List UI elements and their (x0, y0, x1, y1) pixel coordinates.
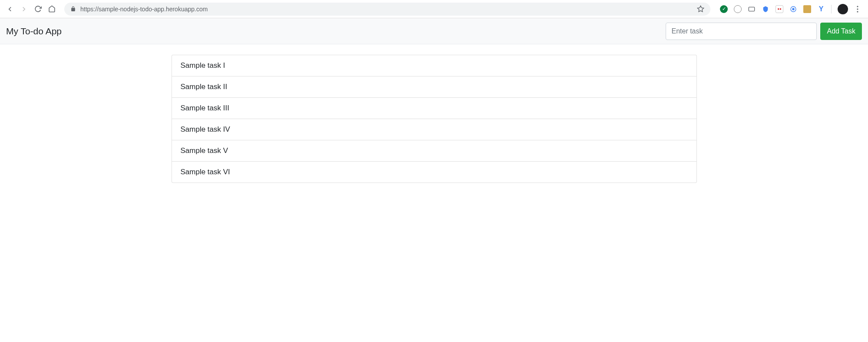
divider (831, 5, 832, 13)
extension-icon[interactable] (762, 5, 769, 13)
home-icon[interactable] (48, 5, 56, 13)
task-item[interactable]: Sample task V (172, 140, 696, 162)
task-item[interactable]: Sample task IV (172, 119, 696, 140)
task-list: Sample task I Sample task II Sample task… (172, 55, 697, 183)
extension-icon[interactable] (748, 5, 756, 13)
svg-point-4 (857, 6, 858, 7)
task-input[interactable] (666, 23, 817, 40)
browser-toolbar: https://sample-nodejs-todo-app.herokuapp… (0, 0, 868, 18)
extension-icon[interactable] (789, 5, 797, 13)
svg-point-6 (857, 11, 858, 12)
app-title: My To-do App (6, 26, 62, 37)
app-header: My To-do App Add Task (0, 18, 868, 44)
svg-marker-0 (697, 6, 703, 11)
extension-icon[interactable]: ●● (776, 5, 783, 13)
star-icon[interactable] (697, 5, 704, 13)
content: Sample task I Sample task II Sample task… (0, 44, 868, 193)
task-item[interactable]: Sample task I (172, 55, 696, 76)
avatar[interactable] (838, 4, 848, 14)
back-icon[interactable] (6, 5, 14, 13)
svg-point-5 (857, 8, 858, 10)
url-text: https://sample-nodejs-todo-app.herokuapp… (80, 6, 693, 13)
task-item[interactable]: Sample task III (172, 98, 696, 119)
reload-icon[interactable] (34, 5, 42, 13)
task-form: Add Task (666, 23, 862, 40)
extension-icons: ✓ ●● Y (716, 4, 865, 14)
lock-icon (70, 6, 76, 12)
extension-icon[interactable]: ✓ (720, 5, 728, 13)
svg-point-3 (792, 8, 794, 10)
task-item[interactable]: Sample task VI (172, 162, 696, 183)
extension-icon[interactable] (803, 5, 811, 13)
address-bar[interactable]: https://sample-nodejs-todo-app.herokuapp… (64, 3, 710, 16)
add-task-button[interactable]: Add Task (820, 23, 862, 40)
nav-buttons (3, 5, 58, 13)
forward-icon[interactable] (20, 5, 28, 13)
svg-rect-1 (749, 7, 754, 11)
extension-icon[interactable]: Y (817, 5, 825, 13)
menu-icon[interactable] (854, 6, 861, 13)
task-item[interactable]: Sample task II (172, 76, 696, 98)
extension-icon[interactable] (734, 5, 742, 13)
